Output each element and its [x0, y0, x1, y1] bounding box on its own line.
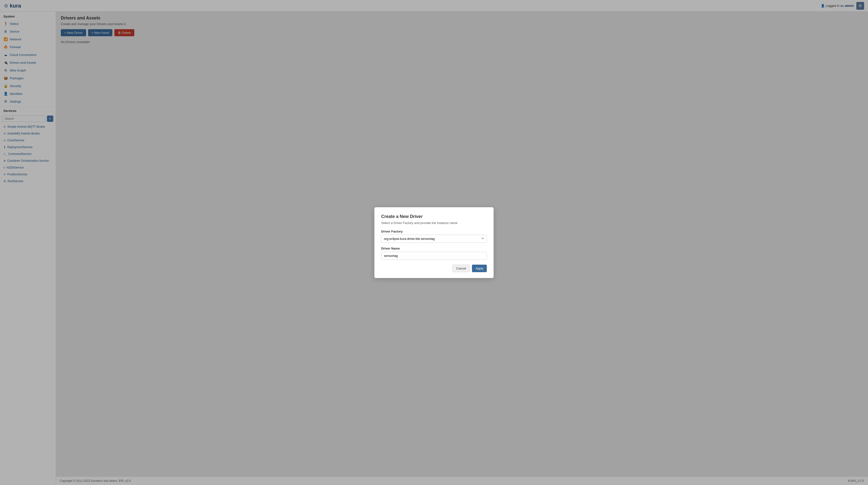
modal-title: Create a New Driver: [381, 214, 487, 219]
driver-name-label: Driver Name: [381, 247, 487, 250]
driver-name-group: Driver Name: [381, 247, 487, 260]
driver-name-input[interactable]: [381, 252, 487, 260]
driver-factory-label: Driver Factory: [381, 230, 487, 233]
modal-overlay: Create a New Driver Select a Driver Fact…: [0, 0, 868, 485]
driver-factory-group: Driver Factory org.eclipse.kura.driver.b…: [381, 230, 487, 243]
modal-actions: Cancel Apply: [381, 265, 487, 272]
apply-button[interactable]: Apply: [472, 265, 487, 272]
cancel-button[interactable]: Cancel: [453, 265, 469, 272]
driver-factory-select[interactable]: org.eclipse.kura.driver.ble.sensortag: [381, 235, 487, 243]
modal-subtitle: Select a Driver Factory and provide the …: [381, 221, 487, 225]
create-driver-modal: Create a New Driver Select a Driver Fact…: [374, 207, 494, 278]
